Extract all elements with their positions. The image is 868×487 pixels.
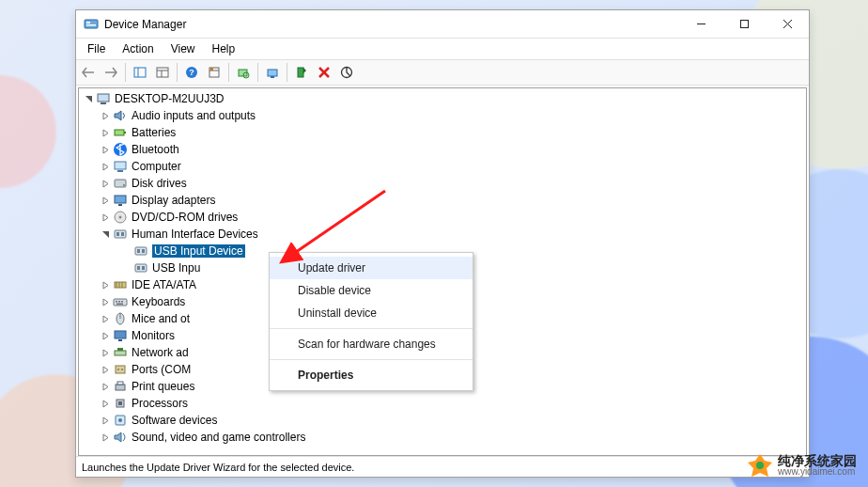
- scan-button[interactable]: [233, 62, 254, 83]
- tree-node-label: Display adapters: [132, 194, 215, 207]
- menu-view[interactable]: View: [163, 40, 203, 57]
- svg-rect-26: [101, 102, 106, 104]
- svg-rect-38: [115, 230, 126, 238]
- svg-point-37: [119, 216, 122, 219]
- tree-node[interactable]: Bluetooth: [79, 141, 806, 158]
- svg-rect-30: [115, 162, 126, 169]
- enable-button[interactable]: [291, 62, 312, 83]
- menu-action[interactable]: Action: [115, 40, 161, 57]
- tree-node[interactable]: Batteries: [79, 124, 806, 141]
- toolbar-separator: [125, 63, 126, 82]
- tree-node-label: Disk drives: [132, 177, 187, 190]
- svg-rect-1: [86, 22, 90, 24]
- context-menu-item[interactable]: Properties: [270, 364, 473, 386]
- watermark-icon: [748, 453, 772, 478]
- hid-icon: [133, 244, 148, 259]
- svg-rect-4: [740, 21, 748, 28]
- expander-icon[interactable]: [100, 296, 111, 307]
- svg-rect-0: [85, 20, 98, 28]
- tree-node-label: Keyboards: [132, 295, 185, 308]
- svg-rect-40: [121, 232, 124, 236]
- svg-rect-34: [115, 196, 126, 203]
- tree-node[interactable]: Computer: [79, 158, 806, 175]
- status-text: Launches the Update Driver Wizard for th…: [82, 462, 354, 473]
- expander-icon[interactable]: [100, 212, 111, 223]
- close-button[interactable]: [766, 10, 809, 39]
- tree-root[interactable]: DESKTOP-M2UUJ3D: [79, 90, 806, 107]
- expander-icon[interactable]: [100, 279, 111, 291]
- tree-node[interactable]: Display adapters: [79, 192, 806, 209]
- context-menu-item[interactable]: Disable device: [270, 279, 473, 302]
- menu-file[interactable]: File: [80, 40, 113, 57]
- context-menu-item[interactable]: Scan for hardware changes: [270, 333, 473, 355]
- expander-icon[interactable]: [100, 313, 111, 324]
- expander-icon[interactable]: [100, 398, 111, 409]
- expander-icon[interactable]: [100, 330, 111, 341]
- svg-rect-9: [157, 68, 168, 77]
- tree-node-label: IDE ATA/ATA: [132, 278, 196, 291]
- tree-node[interactable]: Sound, video and game controllers: [79, 429, 806, 446]
- expander-icon[interactable]: [100, 161, 111, 172]
- tree-node[interactable]: Human Interface Devices: [79, 226, 806, 243]
- tree-node[interactable]: Processors: [79, 395, 806, 412]
- svg-rect-54: [121, 301, 123, 303]
- uninstall-button[interactable]: [314, 62, 334, 83]
- svg-rect-45: [137, 266, 140, 270]
- details-button[interactable]: [152, 62, 173, 83]
- expander-icon[interactable]: [100, 144, 111, 155]
- svg-rect-66: [117, 382, 123, 385]
- context-menu-item[interactable]: Update driver: [270, 257, 473, 279]
- expander-icon[interactable]: [83, 93, 94, 104]
- update-driver-button[interactable]: [262, 62, 283, 83]
- expander-icon[interactable]: [100, 110, 111, 121]
- properties-button[interactable]: [204, 62, 225, 83]
- context-menu-item[interactable]: Uninstall device: [270, 302, 473, 324]
- show-hide-tree-button[interactable]: [130, 62, 150, 83]
- statusbar: Launches the Update Driver Wizard for th…: [76, 456, 809, 477]
- software-icon: [113, 413, 128, 428]
- monitor-icon: [113, 328, 128, 343]
- svg-rect-7: [134, 68, 146, 77]
- port-icon: [113, 362, 128, 377]
- svg-point-72: [756, 462, 764, 469]
- back-button[interactable]: [78, 62, 99, 83]
- disable-button[interactable]: [336, 62, 357, 83]
- expander-icon[interactable]: [100, 127, 111, 138]
- speaker-icon: [113, 108, 128, 123]
- tree-node[interactable]: Disk drives: [79, 175, 806, 192]
- expander-icon[interactable]: [100, 228, 111, 240]
- computer-icon: [96, 91, 111, 106]
- svg-point-33: [123, 184, 125, 186]
- svg-rect-55: [116, 304, 123, 306]
- printer-icon: [113, 379, 128, 394]
- expander-icon[interactable]: [100, 432, 111, 443]
- help-button[interactable]: ?: [181, 62, 202, 83]
- expander-icon[interactable]: [100, 364, 111, 375]
- expander-icon[interactable]: [100, 195, 111, 206]
- tree-node-label: Network ad: [132, 346, 189, 359]
- svg-rect-65: [116, 385, 125, 390]
- svg-rect-31: [117, 170, 123, 172]
- titlebar[interactable]: Device Manager: [76, 10, 809, 39]
- minimize-button[interactable]: [679, 10, 722, 39]
- svg-text:?: ?: [189, 68, 194, 77]
- hid-icon: [113, 227, 128, 242]
- tree-node[interactable]: Software devices: [79, 412, 806, 429]
- menubar: File Action View Help: [76, 39, 809, 59]
- expander-icon[interactable]: [100, 347, 111, 358]
- svg-rect-39: [116, 232, 119, 236]
- menu-separator: [270, 328, 473, 329]
- menu-help[interactable]: Help: [205, 40, 243, 57]
- toolbar: ?: [76, 59, 809, 86]
- expander-icon[interactable]: [100, 381, 111, 392]
- hid-icon: [133, 260, 148, 275]
- tree-node-label: USB Inpu: [152, 261, 200, 275]
- tree-node[interactable]: Audio inputs and outputs: [79, 107, 806, 124]
- forward-button[interactable]: [101, 62, 121, 83]
- expander-icon[interactable]: [100, 178, 111, 189]
- tree-node[interactable]: DVD/CD-ROM drives: [79, 209, 806, 226]
- svg-point-64: [121, 369, 123, 370]
- tree-node-label: Print queues: [132, 380, 194, 393]
- maximize-button[interactable]: [722, 10, 766, 39]
- expander-icon[interactable]: [100, 415, 111, 426]
